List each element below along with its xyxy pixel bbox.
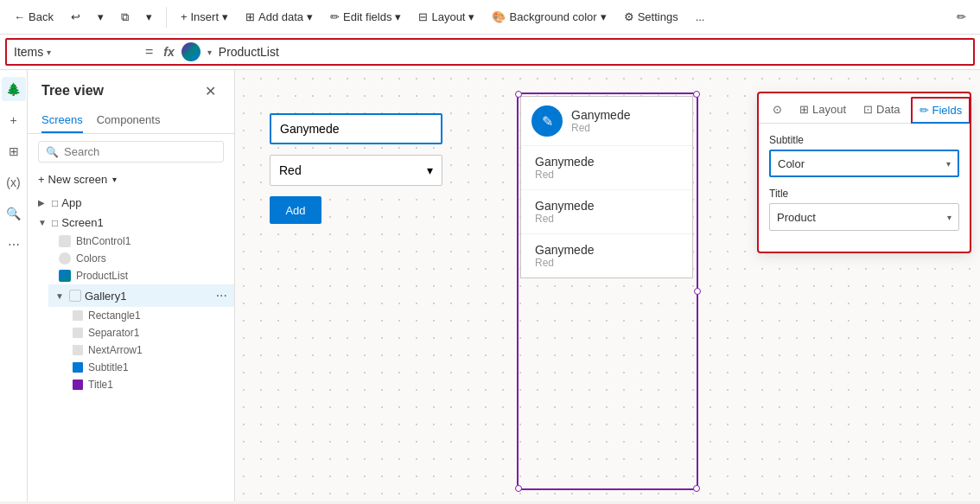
title-value: Product	[777, 211, 816, 224]
tree-sub-item-rect[interactable]: Rectangle1	[62, 307, 234, 324]
selection-handle-br	[693, 485, 700, 492]
tree-close-button[interactable]: ✕	[200, 80, 220, 101]
more-sidebar-icon[interactable]: ⋯	[2, 233, 26, 257]
layout-icon: ⊞	[799, 103, 809, 116]
gear-icon: ⚙	[624, 10, 634, 23]
chevron-down-icon: ▾	[307, 10, 313, 23]
insert-button[interactable]: + Insert ▾	[174, 7, 235, 27]
tree-item-screen1[interactable]: ▼ □ Screen1	[28, 213, 234, 233]
more-icon[interactable]: ···	[216, 288, 227, 303]
tree-sub-item-colors[interactable]: Colors	[48, 250, 234, 267]
tree-sub-item-sep[interactable]: Separator1	[62, 324, 234, 341]
tab-layout[interactable]: ⊞ Layout	[792, 98, 853, 123]
productlist-icon	[59, 270, 71, 282]
colors-icon	[59, 252, 71, 265]
gallery-avatar-0: ✎	[531, 105, 563, 137]
search-input[interactable]	[64, 145, 216, 158]
more-button[interactable]: ...	[689, 7, 712, 27]
chevron-down-icon: ▾	[222, 10, 228, 23]
layout-button[interactable]: ⊟ Layout ▾	[411, 7, 481, 27]
canvas-add-button[interactable]: Add	[270, 196, 321, 224]
tree-title: Tree view	[41, 83, 104, 99]
formula-bar: Items ▾ = fx ▾ ProductList	[5, 38, 975, 66]
tab-data[interactable]: ⊡ Data	[856, 98, 907, 123]
tree-sub-item-btn[interactable]: BtnControl1	[48, 233, 234, 250]
formula-icon-chevron[interactable]: ▾	[207, 48, 212, 57]
gallery-item-text-3: Ganymede Red	[531, 243, 594, 269]
tab-screens[interactable]: Screens	[41, 108, 83, 133]
selection-handle-bl	[515, 485, 522, 492]
subtitle-field-section: Subtitle Color ▾	[769, 134, 959, 177]
subtitle-dropdown[interactable]: Color ▾	[769, 150, 959, 177]
screen1-children: BtnControl1 Colors ProductList ▼ Gallery…	[28, 233, 234, 393]
edit-icon-button[interactable]: ✏	[950, 7, 973, 27]
tree-sub-item-title1[interactable]: Title1	[62, 376, 234, 393]
app-icon: □	[52, 197, 58, 209]
search-box: 🔍	[38, 141, 224, 163]
gallery-row-2: Ganymede Red	[521, 190, 692, 234]
gallery-icon	[69, 290, 81, 302]
chevron-down-icon: ▾	[946, 159, 951, 169]
search-sidebar-icon[interactable]: 🔍	[2, 201, 26, 226]
fields-content: Subtitle Color ▾ Title Product ▾	[759, 124, 970, 252]
subtitle-icon	[73, 362, 83, 373]
formula-value[interactable]: ProductList	[219, 45, 966, 59]
sep-icon	[73, 328, 83, 338]
back-button[interactable]: ← Back	[7, 7, 60, 27]
main-layout: 🌲 + ⊞ (x) 🔍 ⋯ Tree view ✕ Screens Compon…	[0, 70, 980, 501]
chevron-down-icon: ▾	[98, 10, 104, 23]
canvas: Ganymede Red ▾ Add ✎ Ganymede Red	[235, 70, 980, 501]
tree-item-gallery1[interactable]: ▼ Gallery1 ···	[48, 284, 234, 307]
chevron-down-icon: ▾	[468, 10, 474, 23]
btn-icon	[59, 235, 71, 247]
copy-button[interactable]: ⧉	[114, 7, 136, 28]
tree-view-icon[interactable]: 🌲	[2, 77, 26, 101]
search-icon: 🔍	[46, 146, 59, 158]
tab-fields[interactable]: ✏ Fields	[911, 97, 971, 124]
gallery-item-text-2: Ganymede Red	[531, 199, 594, 225]
title-dropdown[interactable]: Product ▾	[769, 203, 959, 231]
tab-components[interactable]: Components	[97, 108, 161, 133]
rect-icon	[73, 310, 83, 321]
tree-item-app[interactable]: ▶ □ App	[28, 193, 234, 213]
title-label: Title	[769, 188, 959, 200]
screen-icon: □	[52, 217, 58, 229]
left-icon-bar: 🌲 + ⊞ (x) 🔍 ⋯	[0, 70, 28, 501]
copy-icon: ⧉	[121, 10, 129, 24]
data-icon: ⊡	[863, 103, 873, 116]
tree-sub-item-nextarrow[interactable]: NextArrow1	[62, 341, 234, 359]
canvas-dropdown[interactable]: Red ▾	[270, 155, 442, 186]
undo-icon: ↩	[71, 10, 80, 23]
chevron-down-icon: ▾	[427, 163, 433, 177]
chevron-icon: ▼	[55, 291, 66, 301]
add-icon[interactable]: +	[2, 108, 26, 132]
selection-handle-tr	[693, 91, 700, 98]
formula-name-label: Items	[14, 45, 43, 59]
data-sources-icon[interactable]: ⊞	[2, 139, 26, 163]
edit-icon: ✏	[957, 10, 966, 23]
canvas-text-input[interactable]: Ganymede	[270, 113, 442, 144]
new-screen-button[interactable]: + New screen ▾	[28, 169, 234, 189]
selection-handle-mr	[694, 288, 701, 295]
chevron-down-icon: ▾	[112, 175, 117, 184]
undo-chevron[interactable]: ▾	[91, 7, 111, 27]
copy-chevron[interactable]: ▾	[139, 7, 159, 27]
tab-pointer[interactable]: ⊙	[766, 98, 789, 123]
tree-sub-item-subtitle1[interactable]: Subtitle1	[62, 359, 234, 376]
edit-fields-button[interactable]: ✏ Edit fields ▾	[323, 7, 408, 27]
chevron-down-icon: ▾	[947, 213, 951, 222]
undo-button[interactable]: ↩	[64, 7, 87, 27]
formula-color-icon	[181, 42, 200, 61]
variables-icon[interactable]: (x)	[2, 170, 26, 195]
add-data-button[interactable]: ⊞ Add data ▾	[239, 7, 320, 27]
subtitle-label: Subtitle	[769, 134, 959, 146]
tree-sub-item-productlist[interactable]: ProductList	[48, 267, 234, 284]
color-icon: 🎨	[492, 10, 506, 23]
right-panel-tabs: ⊙ ⊞ Layout ⊡ Data ✏ Fields	[759, 93, 970, 124]
divider-1	[166, 7, 167, 28]
formula-chevron[interactable]: ▾	[47, 48, 51, 57]
pencil-icon: ✏	[330, 10, 340, 23]
settings-button[interactable]: ⚙ Settings	[617, 7, 685, 27]
background-color-button[interactable]: 🎨 Background color ▾	[485, 7, 613, 27]
fields-icon: ✏	[920, 104, 929, 117]
